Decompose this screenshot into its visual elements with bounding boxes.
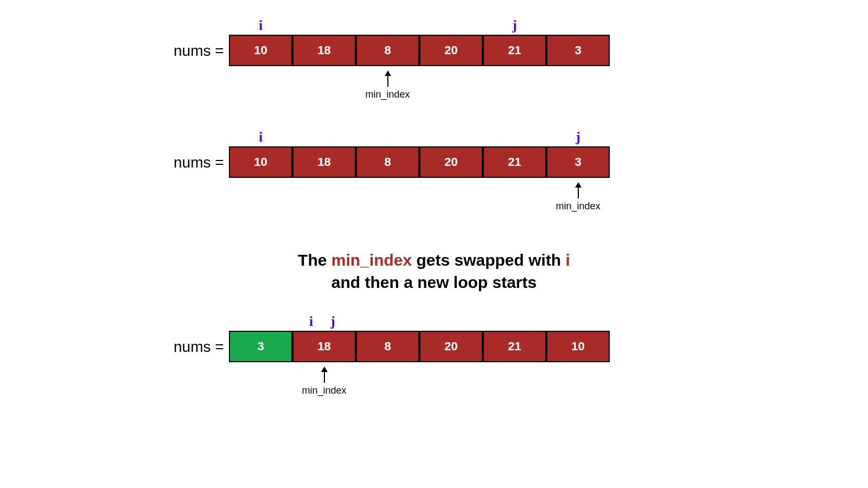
array-cell: 8: [356, 146, 419, 178]
pointer-i-row1: i: [229, 17, 292, 34]
nums-label-row3: nums =: [174, 338, 224, 356]
array-cell: 21: [483, 35, 546, 66]
pointer-i-row3: i: [305, 313, 318, 330]
nums-label-row2: nums =: [174, 154, 224, 171]
array-cell: 18: [292, 331, 356, 362]
sentence-highlight-min-index: min_index: [331, 251, 412, 269]
min-index-label-row2: min_index: [546, 201, 610, 212]
diagram-canvas: i j nums = 10 18 8 20 21 3 min_index i j…: [0, 0, 868, 488]
explanation-text: The min_index gets swapped with i and th…: [0, 249, 868, 293]
sentence-highlight-i: i: [566, 251, 570, 269]
sentence-line2: and then a new loop starts: [331, 273, 537, 291]
pointer-j-row2: j: [546, 129, 610, 145]
array-cell: 10: [229, 35, 292, 66]
array-cell: 21: [483, 331, 546, 362]
arrow-up-icon: [578, 183, 579, 198]
arrow-up-icon: [324, 368, 325, 383]
array-cell: 8: [356, 35, 419, 66]
min-index-label-row1: min_index: [356, 89, 419, 100]
sentence-part: The: [298, 251, 331, 269]
array-cell: 20: [419, 146, 483, 178]
array-cell: 10: [229, 146, 292, 178]
array-cell: 10: [546, 331, 610, 362]
array-cell: 18: [292, 146, 356, 178]
array-cell: 3: [546, 146, 610, 178]
array-cell: 21: [483, 146, 546, 178]
array-cell: 3: [546, 35, 610, 66]
array-cell: 20: [419, 35, 483, 66]
pointer-j-row1: j: [483, 17, 546, 34]
array-cell: 18: [292, 35, 356, 66]
min-index-label-row3: min_index: [292, 385, 356, 396]
array-cell-sorted: 3: [229, 331, 292, 362]
arrow-up-icon: [387, 72, 388, 87]
nums-label-row1: nums =: [174, 42, 224, 60]
sentence-part: gets swapped with: [412, 251, 565, 269]
pointer-i-row2: i: [229, 129, 292, 145]
array-cell: 8: [356, 331, 419, 362]
pointer-j-row3: j: [327, 313, 340, 330]
array-cell: 20: [419, 331, 483, 362]
